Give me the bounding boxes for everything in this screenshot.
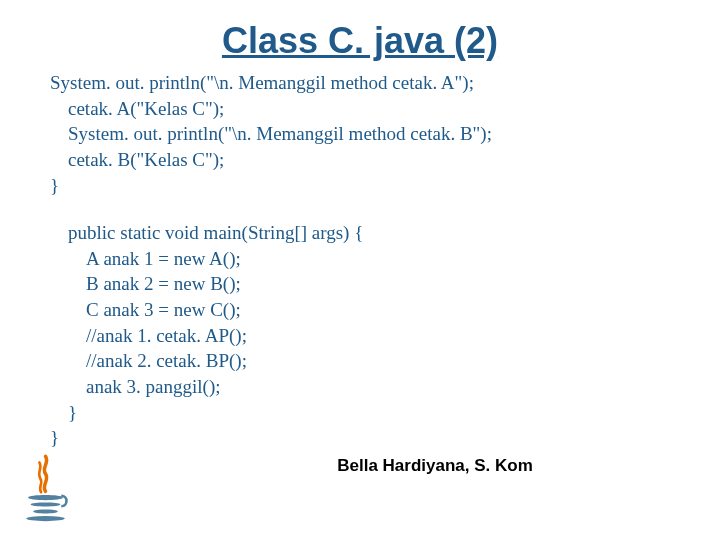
svg-point-0 — [26, 516, 65, 521]
code-line: } — [50, 425, 670, 451]
code-line: System. out. println("\n. Memanggil meth… — [50, 121, 670, 147]
code-line: C anak 3 = new C(); — [50, 297, 670, 323]
code-line: } — [50, 173, 670, 199]
code-line: anak 3. panggil(); — [50, 374, 670, 400]
code-line: cetak. B("Kelas C"); — [50, 147, 670, 173]
code-line: public static void main(String[] args) { — [50, 220, 670, 246]
code-line: System. out. println("\n. Memanggil meth… — [50, 70, 670, 96]
code-line: } — [50, 400, 670, 426]
java-logo-icon — [18, 452, 73, 522]
code-line: B anak 2 = new B(); — [50, 271, 670, 297]
code-block-1: System. out. println("\n. Memanggil meth… — [50, 70, 670, 198]
code-line: //anak 1. cetak. AP(); — [50, 323, 670, 349]
code-block-2: public static void main(String[] args) {… — [50, 220, 670, 451]
footer-author: Bella Hardiyana, S. Kom — [50, 456, 670, 476]
slide-container: Class C. java (2) System. out. println("… — [0, 0, 720, 540]
slide-title: Class C. java (2) — [50, 20, 670, 62]
code-line: cetak. A("Kelas C"); — [50, 96, 670, 122]
code-line: A anak 1 = new A(); — [50, 246, 670, 272]
spacer — [50, 198, 670, 220]
code-line: //anak 2. cetak. BP(); — [50, 348, 670, 374]
